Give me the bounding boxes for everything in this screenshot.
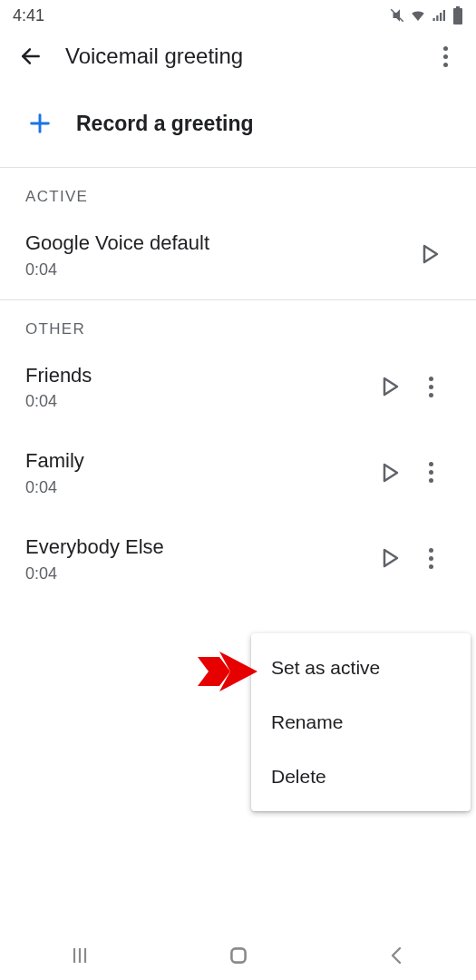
play-button[interactable] [371, 548, 411, 568]
signal-icon [431, 7, 449, 24]
recents-icon [69, 945, 91, 966]
greeting-name: Friends [25, 362, 371, 389]
greeting-active[interactable]: Google Voice default 0:04 [0, 213, 476, 299]
nav-recents-button[interactable] [50, 945, 110, 966]
svg-rect-0 [453, 8, 462, 24]
play-button[interactable] [411, 244, 451, 264]
greeting-name: Everybody Else [25, 534, 371, 561]
more-vert-icon [443, 46, 448, 67]
play-icon [423, 244, 439, 264]
page-title: Voicemail greeting [65, 44, 427, 69]
menu-rename[interactable]: Rename [251, 695, 471, 750]
callout-arrow [198, 652, 257, 691]
greeting-name: Google Voice default [25, 230, 411, 257]
status-time: 4:41 [13, 6, 44, 25]
play-icon [383, 463, 399, 483]
chevron-left-icon [386, 945, 408, 966]
more-vert-icon [429, 462, 433, 483]
more-vert-icon [429, 377, 433, 397]
svg-marker-7 [384, 465, 397, 481]
svg-rect-14 [231, 948, 245, 962]
record-greeting-label: Record a greeting [76, 112, 254, 136]
status-icons [389, 6, 463, 24]
svg-marker-8 [384, 550, 397, 566]
greeting-everybody-else[interactable]: Everybody Else 0:04 [0, 517, 476, 603]
nav-back-button[interactable] [367, 945, 427, 966]
more-vert-icon [429, 548, 433, 569]
mute-icon [389, 7, 405, 24]
greeting-more-button[interactable] [411, 548, 451, 569]
arrow-right-icon [198, 652, 257, 691]
greeting-more-button[interactable] [411, 462, 451, 483]
wifi-icon [409, 7, 427, 24]
svg-rect-1 [456, 6, 460, 8]
svg-marker-6 [384, 378, 397, 395]
context-menu: Set as active Rename Delete [251, 633, 471, 811]
record-greeting-row[interactable]: Record a greeting [0, 82, 476, 167]
overflow-menu-button[interactable] [427, 38, 463, 74]
greeting-more-button[interactable] [411, 377, 451, 397]
section-header-active: ACTIVE [0, 168, 476, 213]
svg-marker-5 [424, 246, 437, 262]
status-bar: 4:41 [0, 0, 476, 31]
navigation-bar [0, 931, 476, 980]
play-icon [383, 377, 399, 397]
play-button[interactable] [371, 463, 411, 483]
greeting-duration: 0:04 [25, 392, 371, 411]
plus-icon [22, 105, 58, 142]
menu-delete[interactable]: Delete [251, 750, 471, 804]
greeting-name: Family [25, 447, 371, 475]
greeting-duration: 0:04 [25, 260, 411, 279]
nav-home-button[interactable] [209, 944, 268, 967]
greeting-duration: 0:04 [25, 478, 371, 497]
greeting-duration: 0:04 [25, 564, 371, 583]
battery-icon [452, 6, 463, 24]
greeting-family[interactable]: Family 0:04 [0, 431, 476, 517]
arrow-back-icon [19, 44, 43, 68]
home-icon [227, 944, 250, 967]
greeting-friends[interactable]: Friends 0:04 [0, 346, 476, 432]
play-icon [383, 548, 399, 568]
section-header-other: OTHER [0, 300, 476, 346]
play-button[interactable] [371, 377, 411, 397]
back-button[interactable] [13, 38, 49, 74]
menu-set-active[interactable]: Set as active [251, 641, 471, 695]
app-bar: Voicemail greeting [0, 31, 476, 82]
